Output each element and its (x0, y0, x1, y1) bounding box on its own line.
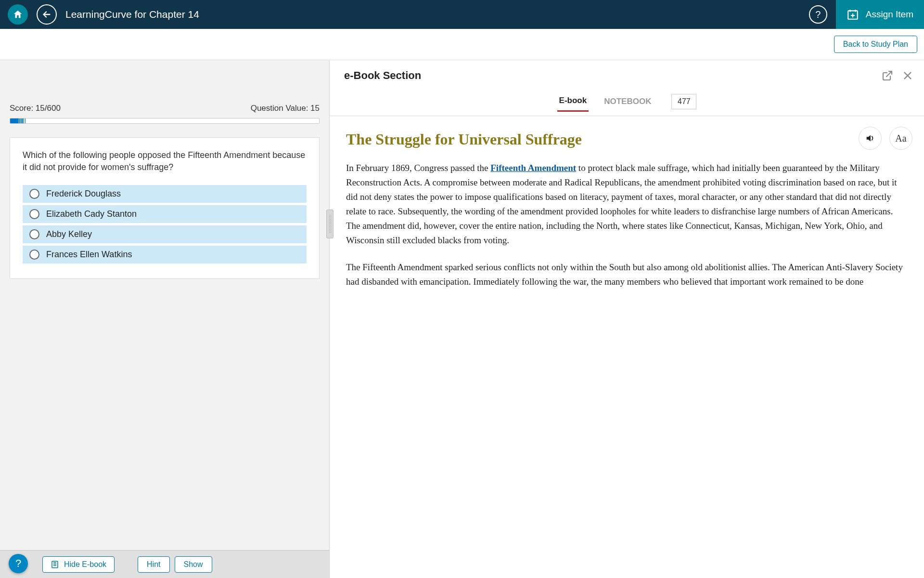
ebook-tab-row: E-book NOTEBOOK (330, 87, 924, 116)
ebook-heading: The Struggle for Universal Suffrage (346, 131, 606, 148)
back-arrow-icon (41, 9, 52, 20)
close-icon (902, 70, 913, 81)
back-button[interactable] (37, 4, 57, 25)
audio-button[interactable] (859, 127, 882, 150)
answer-option-label: Frederick Douglass (46, 189, 121, 199)
hint-button[interactable]: Hint (138, 556, 169, 573)
answer-option[interactable]: Frederick Douglass (23, 185, 307, 203)
ebook-text: to protect black male suffrage, which ha… (346, 163, 897, 245)
answer-option[interactable]: Elizabeth Cady Stanton (23, 205, 307, 223)
radio-icon (29, 189, 39, 199)
home-icon (13, 9, 23, 20)
score-section: Score: 15/600 Question Value: 15 (0, 60, 329, 124)
glossary-link-fifteenth-amendment[interactable]: Fifteenth Amendment (490, 163, 576, 173)
sub-header: Back to Study Plan (0, 29, 924, 60)
page-number-input[interactable] (671, 94, 696, 109)
quiz-pane: Score: 15/600 Question Value: 15 Which o… (0, 60, 330, 578)
progress-filled (10, 118, 18, 123)
ebook-header: e-Book Section (330, 60, 924, 87)
ebook-pane: e-Book Section E-book NOTEBOOK Aa (330, 60, 924, 578)
question-mark-icon: ? (815, 9, 821, 20)
hide-ebook-button[interactable]: Hide E-book (42, 556, 115, 573)
ebook-paragraph: The Fifteenth Amendment sparked serious … (346, 260, 908, 289)
answer-option-label: Elizabeth Cady Stanton (46, 209, 137, 219)
question-card: Which of the following people opposed th… (10, 137, 320, 279)
speaker-icon (865, 133, 875, 144)
page-title: LearningCurve for Chapter 14 (65, 9, 809, 20)
show-answer-button[interactable]: Show (175, 556, 212, 573)
hide-ebook-label: Hide E-book (64, 560, 106, 569)
ebook-content: Aa The Struggle for Universal Suffrage I… (330, 116, 924, 578)
quiz-footer: Hide E-book Hint Show (0, 550, 329, 578)
home-button[interactable] (8, 4, 28, 25)
help-button[interactable]: ? (809, 5, 827, 24)
question-value-label: Question Value: 15 (251, 104, 320, 113)
radio-icon (29, 250, 39, 260)
ebook-section-title: e-Book Section (344, 69, 874, 82)
tab-notebook[interactable]: NOTEBOOK (602, 92, 653, 111)
external-link-icon (882, 70, 893, 81)
ebook-text: In February 1869, Congress passed the (346, 163, 490, 173)
font-size-icon: Aa (895, 133, 906, 144)
tab-ebook[interactable]: E-book (557, 91, 589, 112)
ebook-body: In February 1869, Congress passed the Fi… (346, 161, 908, 289)
radio-icon (29, 209, 39, 219)
ebook-paragraph: In February 1869, Congress passed the Fi… (346, 161, 908, 248)
score-label: Score: 15/600 (10, 104, 61, 113)
answer-option-label: Frances Ellen Watkins (46, 250, 132, 260)
radio-icon (29, 229, 39, 239)
open-external-button[interactable] (881, 69, 894, 82)
progress-bar (10, 118, 320, 124)
ebook-toggle-icon (51, 560, 59, 569)
calendar-add-icon (847, 8, 859, 21)
font-size-button[interactable]: Aa (889, 127, 912, 150)
assign-item-label: Assign Item (866, 9, 913, 20)
progress-projected (18, 118, 26, 123)
back-to-study-plan-button[interactable]: Back to Study Plan (834, 36, 917, 53)
main-split: Score: 15/600 Question Value: 15 Which o… (0, 60, 924, 578)
floating-help-button[interactable]: ? (9, 554, 28, 573)
question-text: Which of the following people opposed th… (23, 149, 307, 173)
app-header: LearningCurve for Chapter 14 ? Assign It… (0, 0, 924, 29)
assign-item-button[interactable]: Assign Item (836, 0, 924, 29)
answer-option[interactable]: Abby Kelley (23, 225, 307, 243)
question-mark-icon: ? (15, 557, 21, 570)
answer-option[interactable]: Frances Ellen Watkins (23, 246, 307, 263)
close-ebook-button[interactable] (901, 69, 914, 82)
answer-option-label: Abby Kelley (46, 229, 92, 239)
